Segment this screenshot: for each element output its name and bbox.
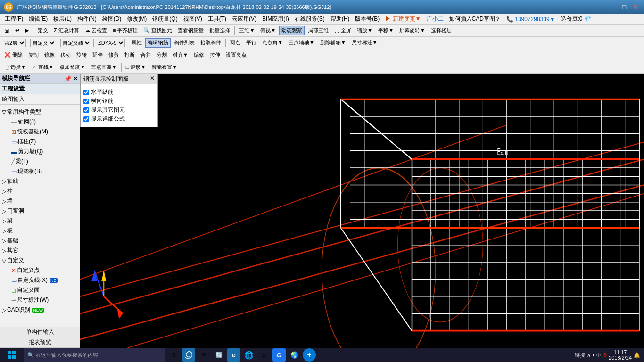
app-add[interactable]: + (303, 348, 316, 362)
smart-layout-btn[interactable]: 智能布置▼ (149, 63, 180, 72)
app-folder[interactable]: 🗂 (257, 348, 271, 362)
nav-custom-face[interactable]: ◻ 自定义面 (0, 285, 80, 295)
tray-expand[interactable]: ∧ (587, 352, 591, 358)
menu-cad-help[interactable]: 如何插入CAD草图？ (446, 15, 504, 23)
checkbox-show-other-elements[interactable]: 显示其它图元 (83, 106, 155, 114)
nav-axis[interactable]: — 轴网(J) (0, 117, 80, 127)
delete-aux-btn[interactable]: 删除辅轴▼ (318, 38, 348, 48)
nav-slab-foundation[interactable]: ⊞ 筏板基础(M) (0, 127, 80, 137)
pan-btn[interactable]: 平移▼ (376, 26, 396, 35)
menu-modify[interactable]: 修改(M) (124, 15, 149, 23)
window-controls[interactable]: — □ ✕ (608, 2, 640, 12)
nav-custom[interactable]: ▽ 自定义 (0, 255, 80, 265)
menu-draw[interactable]: 绘图(D) (99, 15, 124, 23)
dynamic-observe-btn[interactable]: 动态观察 (279, 26, 305, 35)
menu-phone[interactable]: 📞 13907298339▼ (504, 16, 558, 23)
checkbox-show-formula[interactable]: 显示详细公式 (83, 115, 155, 123)
nav-foundation[interactable]: ▷ 基础 (0, 236, 80, 246)
fullscreen-btn[interactable]: ⛶ 全屏 (332, 26, 354, 35)
checkbox-horizontal-rebar[interactable]: 水平纵筋 (83, 88, 155, 96)
menu-tools[interactable]: 工具(T) (205, 15, 229, 23)
taskview-btn[interactable]: ⧉ (167, 348, 180, 362)
component-list-btn[interactable]: 构件列表 (172, 38, 197, 48)
nav-custom-point[interactable]: ✕ 自定义点 (0, 265, 80, 275)
report-preview-btn[interactable]: 报表预览 (0, 337, 80, 348)
nav-beam[interactable]: ╱ 梁(L) (0, 156, 80, 166)
nav-project-settings[interactable]: 工程设置 (0, 84, 80, 94)
taskbar-search[interactable]: 🔍 在这里输入你要搜索的内容 (24, 348, 165, 362)
nav-custom-line[interactable]: ▭ 自定义线(X) NE (0, 275, 80, 285)
nav-panel-controls[interactable]: 📌 ✕ (65, 75, 78, 82)
menu-price[interactable]: 造价豆:0 💎 (558, 15, 594, 23)
nav-column[interactable]: ▷ 柱 (0, 186, 80, 196)
menu-file[interactable]: 工程(F) (2, 15, 26, 23)
panel-close[interactable]: ✕ (150, 75, 155, 83)
rotate-btn[interactable]: 屏幕旋转▼ (397, 26, 428, 35)
menu-cloud[interactable]: 云应用(V) (229, 15, 259, 23)
nav-slab[interactable]: ▷ 板 (0, 226, 80, 236)
pull-btn[interactable]: 拉伸 (207, 50, 223, 60)
break-btn[interactable]: 打断 (122, 50, 137, 60)
edit-rebar-btn[interactable]: 编辑钢筋 (145, 38, 171, 48)
parallel-btn[interactable]: 平行 (244, 38, 259, 48)
nav-door-window[interactable]: ▷ 门窗洞 (0, 206, 80, 216)
close-btn[interactable]: ✕ (631, 2, 640, 12)
code-select[interactable]: ZDYX-9 (96, 39, 125, 47)
nav-common-components[interactable]: ▽ 常用构件类型 (0, 107, 80, 117)
align-slab-btn[interactable]: ≡ 平齐板顶 (110, 26, 140, 35)
rotate2-btn[interactable]: 旋转 (74, 50, 89, 60)
arc-btn[interactable]: 三点画弧▼ (89, 63, 119, 72)
mirror-btn[interactable]: 镜像 (42, 50, 57, 60)
nav-shear-wall[interactable]: ▬ 剪力墙(Q) (0, 147, 80, 156)
rect-btn[interactable]: □ 矩形▼ (124, 63, 149, 72)
notification-btn[interactable]: 🔔 (634, 352, 640, 358)
nav-beam2[interactable]: ▷ 梁 (0, 216, 80, 226)
menu-floor[interactable]: 楼层(L) (50, 15, 74, 23)
find-element-btn[interactable]: 🔍 查找图元 (141, 26, 174, 35)
batch-select-btn[interactable]: 批量选择 (207, 26, 232, 35)
nav-dim-label[interactable]: ⊸ 尺寸标注(W) (0, 295, 80, 305)
single-component-btn[interactable]: 单构件输入 (0, 327, 80, 337)
undo-btn[interactable]: ↩ (13, 26, 22, 35)
nav-axis-line[interactable]: ▷ 轴线 (0, 176, 80, 186)
floor-select[interactable]: 第2层 (2, 39, 26, 47)
menu-view[interactable]: 视图(V) (181, 15, 205, 23)
three-point-aux-btn[interactable]: 三点辅轴▼ (286, 38, 317, 48)
nav-others[interactable]: ▷ 其它 (0, 246, 80, 255)
nav-cast-slab[interactable]: ▭ 现浇板(B) (0, 166, 80, 176)
copy-btn[interactable]: 复制 (26, 50, 41, 60)
app-gcal[interactable]: G (272, 348, 286, 362)
app-settings[interactable]: ⚙ (197, 348, 210, 362)
start-button[interactable] (0, 348, 24, 362)
point-angle-btn[interactable]: 点点角▼ (260, 38, 285, 48)
point-length-btn[interactable]: 点加长度▼ (57, 63, 88, 72)
select-floor-btn[interactable]: 选择楼层 (429, 26, 454, 35)
app-ie[interactable]: e (227, 348, 240, 362)
redo-btn[interactable]: ▶ (23, 26, 31, 35)
menu-help[interactable]: 帮助(H) (328, 15, 353, 23)
tray-lang[interactable]: 中 (596, 352, 602, 359)
new-btn[interactable]: 🖫 (2, 26, 12, 35)
menu-bim[interactable]: BIM应用(I) (259, 15, 292, 23)
app-chrome[interactable]: 🌐 (242, 348, 256, 362)
nav-wall[interactable]: ▷ 墙 (0, 196, 80, 206)
menu-new-change[interactable]: ▶ 新建变更▼ (382, 15, 423, 23)
minimize-btn[interactable]: — (608, 2, 618, 12)
local-3d-btn[interactable]: 局部三维 (305, 26, 331, 35)
pick-component-btn[interactable]: 拾取构件 (198, 38, 223, 48)
menu-edit[interactable]: 编辑(E) (26, 15, 50, 23)
menu-component[interactable]: 构件(N) (74, 15, 99, 23)
delete-btn[interactable]: ❌ 删除 (2, 50, 25, 60)
view-rebar-btn[interactable]: 查看钢筋量 (175, 26, 206, 35)
top-view-btn[interactable]: 俯视▼ (258, 26, 278, 35)
component-select[interactable]: 自定义 (30, 39, 56, 47)
property-btn[interactable]: 属性 (129, 38, 144, 48)
edit-btn[interactable]: 编修 (191, 50, 206, 60)
set-vertex-btn[interactable]: 设置夹点 (223, 50, 249, 60)
nav-drawing-input[interactable]: 绘图输入 (0, 94, 80, 105)
zoom-btn[interactable]: 缩放▼ (355, 26, 375, 35)
two-points-btn[interactable]: 两点 (228, 38, 243, 48)
menu-online[interactable]: 在线服务(S) (292, 15, 328, 23)
3d-btn[interactable]: 三维▼ (237, 26, 257, 35)
line-select[interactable]: 自定义线 (60, 39, 91, 47)
